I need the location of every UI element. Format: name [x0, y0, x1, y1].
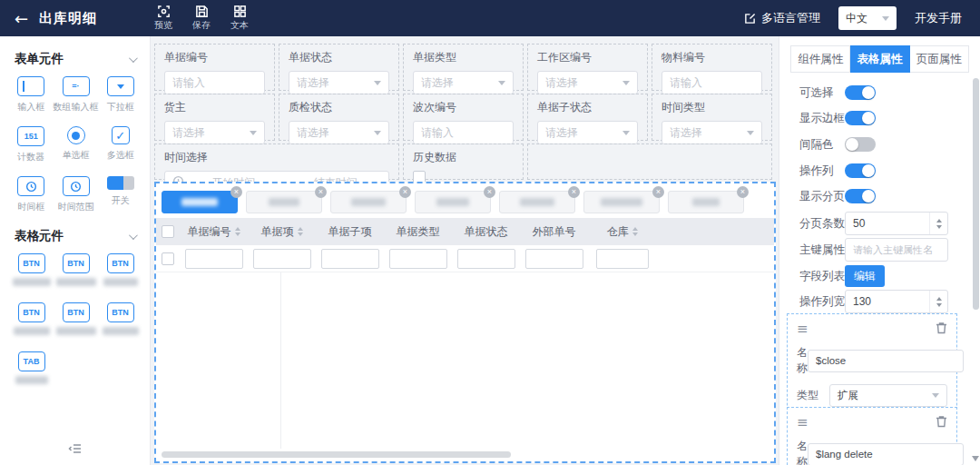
vertical-scrollbar[interactable]: [973, 78, 979, 310]
column-header[interactable]: 外部单号: [520, 224, 588, 240]
column-header[interactable]: 单据项: [248, 224, 316, 240]
row-checkbox[interactable]: [162, 252, 174, 265]
preview-button[interactable]: 预览: [154, 5, 172, 32]
palette-item-counter[interactable]: 151 计数器: [9, 126, 54, 163]
close-icon[interactable]: [399, 186, 411, 198]
doc-status-select[interactable]: 请选择: [289, 71, 389, 94]
palette-item-switch[interactable]: 开关: [99, 176, 143, 213]
drag-handle-icon[interactable]: [797, 321, 808, 337]
canvas-tab[interactable]: [499, 191, 575, 213]
canvas-tab[interactable]: [330, 191, 407, 213]
action-width-stepper[interactable]: 130: [845, 290, 948, 313]
form-components-section-header[interactable]: 表单元件: [0, 36, 150, 73]
action-type-select[interactable]: 扩展: [829, 384, 947, 407]
column-filter-input[interactable]: [185, 249, 243, 269]
palette-item-dropdown[interactable]: 下拉框: [99, 76, 143, 114]
palette-item-time[interactable]: 时间框: [9, 176, 54, 213]
back-icon[interactable]: ←: [15, 9, 28, 28]
qc-status-select[interactable]: 请选择: [289, 121, 389, 144]
column-filter-input[interactable]: [596, 249, 649, 269]
palette-item-button[interactable]: BTN: [54, 302, 98, 335]
multi-language-manage-button[interactable]: 多语言管理: [744, 10, 820, 26]
sort-icon[interactable]: [235, 227, 240, 236]
close-icon[interactable]: [230, 186, 242, 198]
column-header[interactable]: 仓库: [588, 224, 656, 240]
close-icon[interactable]: [484, 186, 495, 198]
close-icon[interactable]: [652, 186, 664, 198]
close-icon[interactable]: [737, 186, 749, 198]
palette-item-array-input[interactable]: =· 数组输入框: [54, 76, 99, 114]
palette-item-radio[interactable]: 单选框: [54, 126, 99, 163]
stepper-arrows[interactable]: [929, 213, 947, 234]
palette-item-button[interactable]: BTN: [54, 253, 98, 286]
text-input[interactable]: [172, 76, 257, 89]
stepper-arrows[interactable]: [929, 291, 947, 312]
scroll-down-icon[interactable]: [972, 456, 979, 461]
palette-item-button[interactable]: BTN: [98, 253, 142, 286]
tab-page-props[interactable]: 页面属性: [910, 45, 969, 73]
show-border-toggle[interactable]: [845, 111, 876, 125]
column-header[interactable]: 单据类型: [384, 224, 452, 240]
field-workspace-number[interactable]: 工作区编号 请选择: [527, 44, 648, 91]
field-owner[interactable]: 货主 请选择: [154, 94, 275, 141]
action-card-lang-delete[interactable]: 名称 类型 扩展: [787, 407, 957, 465]
close-icon[interactable]: [315, 186, 327, 198]
doc-type-select[interactable]: 请选择: [413, 71, 514, 94]
sort-icon[interactable]: [298, 227, 303, 236]
field-doc-status[interactable]: 单据状态 请选择: [279, 44, 399, 91]
horizontal-scrollbar[interactable]: [162, 451, 511, 458]
column-header[interactable]: 单据子项: [316, 224, 384, 240]
tab-table-props[interactable]: 表格属性: [850, 45, 909, 73]
doc-number-input[interactable]: [164, 71, 265, 94]
selectable-toggle[interactable]: [845, 85, 876, 100]
primary-key-input[interactable]: [845, 238, 948, 262]
field-doc-number[interactable]: 单据编号: [154, 44, 275, 91]
table-component[interactable]: 单据编号 单据项 单据子项 单据类型 单据状态 外部单号 仓库: [154, 182, 776, 463]
field-history-data[interactable]: 历史数据: [403, 143, 524, 180]
palette-item-time-range[interactable]: 时间范围: [54, 176, 99, 213]
sort-icon[interactable]: [632, 227, 638, 236]
table-components-section-header[interactable]: 表格元件: [0, 213, 150, 250]
text-input[interactable]: [421, 126, 505, 139]
column-filter-input[interactable]: [253, 249, 311, 269]
delete-icon[interactable]: [936, 415, 947, 430]
column-filter-input[interactable]: [457, 249, 515, 269]
field-time-range[interactable]: 时间选择 开始时间 - 结束时间: [154, 143, 399, 180]
field-doc-substatus[interactable]: 单据子状态 请选择: [527, 94, 648, 141]
material-input[interactable]: [662, 71, 762, 94]
column-filter-input[interactable]: [321, 249, 379, 269]
field-empty-slot[interactable]: [527, 143, 772, 180]
design-canvas[interactable]: 单据编号 单据状态 请选择 单据类型 请选择 工作区编号 请选择 物料编号 货主…: [151, 36, 779, 465]
select-all-checkbox[interactable]: [162, 225, 174, 238]
field-time-type[interactable]: 时间类型 请选择: [652, 94, 772, 141]
workspace-select[interactable]: 请选择: [537, 71, 638, 94]
tab-component-props[interactable]: 组件属性: [790, 45, 850, 73]
action-name-input[interactable]: [808, 443, 964, 465]
time-type-select[interactable]: 请选择: [662, 121, 762, 144]
collapse-sidebar-button[interactable]: [68, 442, 83, 458]
palette-item-checkbox[interactable]: ✓ 多选框: [99, 126, 143, 163]
canvas-tab[interactable]: [668, 191, 744, 213]
palette-item-button[interactable]: BTN: [9, 253, 54, 286]
action-name-input[interactable]: [808, 350, 964, 372]
close-icon[interactable]: [568, 186, 580, 198]
palette-item-input[interactable]: 输入框: [9, 76, 54, 114]
column-filter-input[interactable]: [389, 249, 447, 269]
palette-item-tab[interactable]: TAB: [9, 351, 54, 384]
page-size-stepper[interactable]: 50: [845, 212, 948, 235]
dev-manual-link[interactable]: 开发手册: [915, 10, 962, 26]
text-button[interactable]: 文本: [230, 5, 249, 32]
column-header[interactable]: 单据编号: [180, 224, 248, 240]
stripe-toggle[interactable]: [845, 137, 876, 152]
drag-handle-icon[interactable]: [797, 414, 808, 430]
action-column-toggle[interactable]: [845, 163, 876, 178]
column-filter-input[interactable]: [525, 249, 583, 269]
canvas-tab[interactable]: [415, 191, 491, 213]
wave-number-input[interactable]: [413, 121, 514, 144]
column-header[interactable]: 单据状态: [452, 224, 520, 240]
language-select[interactable]: 中文: [838, 6, 897, 30]
field-wave-number[interactable]: 波次编号: [403, 94, 524, 141]
field-qc-status[interactable]: 质检状态 请选择: [279, 94, 399, 141]
field-material-number[interactable]: 物料编号: [652, 44, 772, 91]
palette-item-button[interactable]: BTN: [98, 302, 142, 335]
